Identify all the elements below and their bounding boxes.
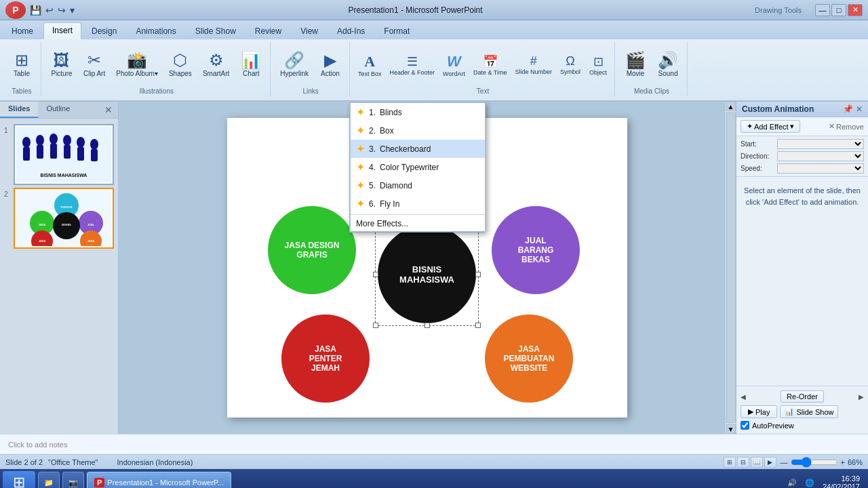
tab-slides[interactable]: Slides — [0, 102, 38, 118]
shapes-button[interactable]: ⬡ Shapes — [165, 50, 196, 79]
menu-item-diamond[interactable]: ✦ 5. Diamond — [351, 176, 485, 195]
autopreview-checkbox[interactable] — [741, 421, 749, 430]
circle-jasa-design[interactable]: JASA DESIGNGRAFIS — [268, 206, 356, 294]
volume-icon[interactable]: 🔊 — [787, 479, 797, 487]
tab-addins[interactable]: Add-Ins — [328, 23, 374, 39]
symbol-button[interactable]: Ω Symbol — [557, 53, 583, 77]
network-icon[interactable]: 🌐 — [805, 479, 814, 487]
scroll-down-btn[interactable]: ▼ — [726, 424, 736, 434]
textbox-button[interactable]: A Text Box — [355, 52, 384, 79]
menu-item-fly-in[interactable]: ✦ 6. Fly In — [351, 195, 485, 213]
undo-icon[interactable]: ↩ — [44, 3, 55, 17]
notes-area[interactable]: Click to add notes — [0, 434, 868, 454]
customize-icon[interactable]: ▾ — [68, 3, 76, 17]
menu-item-checkerboard[interactable]: ✦ 3. Checkerboard — [351, 140, 485, 158]
start-button[interactable]: ⊞ — [3, 471, 35, 488]
menu-item-blinds[interactable]: ✦ 1. Blinds — [351, 103, 485, 121]
scroll-up-btn[interactable]: ▲ — [726, 102, 736, 111]
slide-sorter-btn[interactable]: ⊟ — [737, 457, 749, 468]
menu-item-more-effects[interactable]: More Effects... — [351, 216, 485, 231]
table-button[interactable]: ⊞ Table — [7, 50, 37, 79]
anim-pin-icon[interactable]: 📌 — [843, 104, 853, 114]
hyperlink-button[interactable]: 🔗 Hyperlink — [276, 50, 313, 79]
menu-item-box[interactable]: ✦ 2. Box — [351, 121, 485, 140]
menu-label-diamond: Diamond — [380, 181, 412, 190]
add-effect-button[interactable]: ✦ Add Effect ▾ — [741, 120, 800, 133]
normal-view-btn[interactable]: ⊞ — [724, 457, 736, 468]
remove-label: Remove — [836, 123, 864, 131]
reading-view-btn[interactable]: 📖 — [751, 457, 763, 468]
sound-button[interactable]: 🔊 Sound — [653, 50, 683, 79]
tab-slideshow[interactable]: Slide Show — [186, 23, 245, 39]
ribbon-content: ⊞ Table Tables 🖼 Picture ✂ Clip Art 📸 P — [0, 39, 868, 100]
minimize-button[interactable]: — — [815, 4, 830, 16]
date-time-button[interactable]: 📅 Date & Time — [471, 53, 510, 77]
wordart-button[interactable]: W WordArt — [440, 52, 468, 79]
taskbar-app-media[interactable]: 📷 — [62, 472, 84, 488]
save-icon[interactable]: 💾 — [28, 3, 43, 17]
taskbar-app-powerpoint[interactable]: P Presentation1 - Microsoft PowerP... — [87, 472, 231, 488]
media-group-label: Media Clips — [634, 87, 669, 96]
smartart-button[interactable]: ⚙ SmartArt — [199, 50, 233, 79]
chart-button[interactable]: 📊 Chart — [236, 50, 266, 79]
menu-item-color-typewriter[interactable]: ✦ 4. Color Typewriter — [351, 158, 485, 176]
links-buttons: 🔗 Hyperlink ▶ Action — [276, 42, 345, 87]
tab-review[interactable]: Review — [246, 23, 290, 39]
slide-thumb-2-container: KURSUS JASA JUAL BISNIS JASA JASA — [14, 188, 114, 249]
zoom-slider[interactable] — [791, 457, 838, 468]
header-footer-button[interactable]: ☰ Header & Footer — [387, 53, 438, 77]
object-button[interactable]: ⊡ Object — [586, 53, 610, 77]
start-row: Start: — [741, 139, 864, 149]
circle-jual-barang[interactable]: JUALBARANGBEKAS — [492, 206, 580, 294]
circle-bisnis-mahasiswa[interactable]: BISNISMAHASISWA — [378, 225, 476, 323]
menu-separator — [351, 214, 485, 215]
reorder-button[interactable]: Re-Order — [781, 390, 824, 403]
tab-view[interactable]: View — [292, 23, 327, 39]
start-select[interactable] — [777, 139, 864, 149]
svg-point-6 — [63, 135, 71, 146]
object-icon: ⊡ — [593, 54, 604, 69]
redo-icon[interactable]: ↪ — [56, 3, 67, 17]
office-button[interactable]: P — [5, 1, 26, 19]
date-time-icon: 📅 — [483, 54, 498, 69]
photo-album-label: Photo Album▾ — [116, 70, 158, 77]
slide-thumbnail-2[interactable]: 2 KURSUS JASA JUAL BISNIS JASA — [14, 188, 113, 249]
direction-select[interactable] — [777, 151, 864, 161]
circle-jasa-pembuatan[interactable]: JASAPEMBUATANWEBSITE — [485, 314, 573, 403]
tab-animations[interactable]: Animations — [127, 23, 184, 39]
slide-panel-close[interactable]: ✕ — [99, 102, 118, 118]
remove-button[interactable]: ✕ Remove — [829, 122, 864, 131]
svg-text:JASA: JASA — [39, 223, 46, 226]
action-button[interactable]: ▶ Action — [315, 50, 345, 79]
tab-design[interactable]: Design — [83, 23, 125, 39]
speed-select[interactable] — [777, 163, 864, 174]
anim-bottom: ◀ Re-Order ▶ ▶ Play 📊 Slide Show AutoPre… — [736, 386, 868, 434]
movie-button[interactable]: 🎬 Movie — [620, 50, 650, 79]
tab-outline[interactable]: Outline — [38, 102, 78, 118]
close-button[interactable]: ✕ — [848, 4, 863, 16]
svg-rect-1 — [23, 147, 30, 161]
tab-home[interactable]: Home — [3, 23, 42, 39]
picture-button[interactable]: 🖼 Picture — [47, 50, 77, 79]
zoom-out-btn[interactable]: — — [781, 458, 788, 466]
slide-show-button[interactable]: 📊 Slide Show — [780, 405, 838, 418]
taskbar-app-explorer[interactable]: 📁 — [38, 472, 60, 488]
clip-art-button[interactable]: ✂ Clip Art — [79, 50, 109, 79]
circle-jasa-penterjemah[interactable]: JASAPENTER­JEMAH — [281, 314, 370, 403]
svg-point-4 — [50, 134, 58, 144]
zoom-in-btn[interactable]: + — [841, 458, 845, 466]
tab-insert[interactable]: Insert — [43, 22, 81, 39]
maximize-button[interactable]: □ — [831, 4, 846, 16]
anim-close-icon[interactable]: ✕ — [856, 104, 863, 114]
play-button[interactable]: ▶ Play — [741, 405, 777, 418]
canvas-area[interactable]: KURSUSPRIVATE JASA DESIGNGRAFIS JUALBARA… — [119, 102, 736, 434]
photo-album-button[interactable]: 📸 Photo Album▾ — [112, 50, 162, 79]
slide-number-button[interactable]: # Slide Number — [512, 53, 555, 77]
menu-label-color-typewriter: Color Typewriter — [380, 163, 439, 172]
slide-thumbnail-1[interactable]: 1 — [14, 124, 113, 185]
tab-format[interactable]: Format — [375, 23, 418, 39]
slide-2-svg: KURSUS JASA JUAL BISNIS JASA JASA — [16, 190, 111, 246]
slideshow-view-btn[interactable]: ▶ — [764, 457, 776, 468]
v-scrollbar[interactable]: ▲ ▼ — [725, 102, 736, 434]
shapes-icon: ⬡ — [173, 52, 187, 68]
